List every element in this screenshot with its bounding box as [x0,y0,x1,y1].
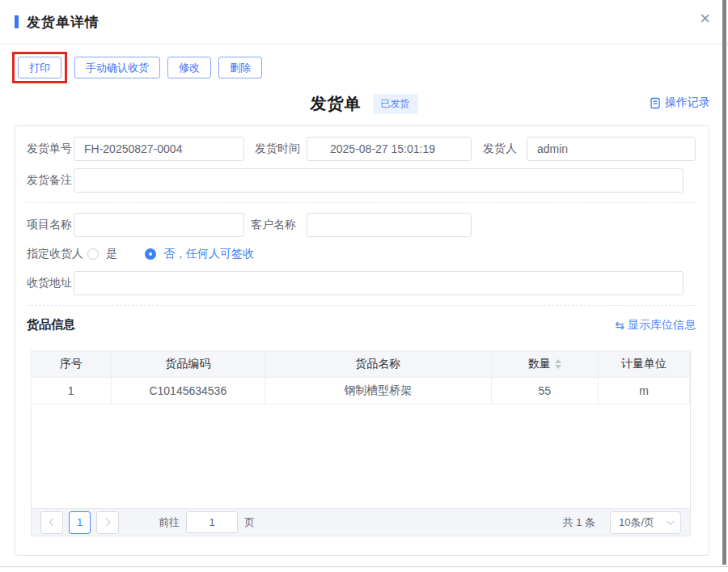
operation-log-label: 操作记录 [665,95,710,110]
swap-icon: ⇆ [615,320,624,331]
page-1-button[interactable]: 1 [69,511,91,534]
project-name-label: 项目名称 [27,218,74,232]
dashed-divider [27,202,696,203]
form-row-remark: 发货备注 [27,168,696,193]
chevron-left-icon [49,519,57,527]
shipper-label: 发货人 [483,142,518,156]
remark-field[interactable] [74,168,684,193]
page-size-value: 10条/页 [619,515,654,530]
cell-quantity: 55 [491,378,598,405]
pagination-bar: 1 前往 页 共 1 条 10条/页 [32,508,690,536]
cell-product-name: 钢制槽型桥架 [265,378,491,405]
cell-index: 1 [32,378,112,405]
goto-page-prefix: 前往 [159,515,180,530]
next-page-button[interactable] [96,511,119,534]
radio-yes-label: 是 [106,247,117,261]
remark-label: 发货备注 [27,173,74,188]
address-field[interactable] [74,271,684,295]
chevron-down-icon [667,517,675,525]
goods-section-title: 货品信息 [27,317,75,333]
customer-name-field[interactable] [307,213,472,237]
ship-time-field[interactable] [307,137,472,161]
cell-unit: m [598,378,689,405]
page-size-select[interactable]: 10条/页 [610,511,681,534]
show-location-info-label: 显示库位信息 [628,318,696,333]
title-accent-bar [15,15,19,28]
address-label: 收货地址 [27,276,74,290]
col-header-product-code: 货品编码 [111,351,265,378]
window-right-edge [722,0,726,565]
dashed-divider-2 [27,305,696,306]
ship-time-label: 发货时间 [255,142,300,156]
radio-checked-icon [145,248,156,260]
project-name-field[interactable] [74,213,244,237]
print-button[interactable]: 打印 [18,57,61,78]
form-row-order-info: 发货单号 发货时间 发货人 [27,137,696,161]
chevron-right-icon [103,519,111,527]
sort-carets-icon [555,359,561,369]
order-no-label: 发货单号 [27,142,74,156]
radio-consignee-no[interactable]: 否，任何人可签收 [145,247,254,261]
delete-button[interactable]: 删除 [218,57,262,78]
document-title: 发货单 [311,93,362,115]
manual-confirm-receipt-button[interactable]: 手动确认收货 [74,57,160,78]
goto-page-suffix: 页 [244,515,255,530]
cell-product-code: C10145634536 [111,378,265,405]
close-icon[interactable]: × [700,10,710,28]
order-no-field[interactable] [74,137,244,161]
radio-consignee-yes[interactable]: 是 [87,247,117,261]
customer-name-label: 客户名称 [251,218,299,232]
goods-table-block: 序号 货品编码 货品名称 数量 计量单位 [31,350,691,536]
radio-no-label: 否，任何人可签收 [163,247,254,261]
edit-button[interactable]: 修改 [167,57,211,78]
show-location-info-link[interactable]: ⇆ 显示库位信息 [615,318,696,333]
form-row-address: 收货地址 [27,271,696,295]
consignee-label: 指定收货人 [27,247,87,261]
col-header-unit: 计量单位 [598,351,689,378]
goods-table: 序号 货品编码 货品名称 数量 计量单位 [31,350,690,405]
prev-page-button[interactable] [40,511,63,534]
status-badge: 已发货 [373,94,418,114]
form-row-consignee: 指定收货人 是 否，任何人可签收 [27,247,696,261]
dialog-header: 发货单详情 × [0,0,728,44]
col-header-quantity-sortable[interactable]: 数量 [491,351,598,378]
shipper-field[interactable] [527,137,696,161]
goto-page-input[interactable] [186,511,238,533]
quantity-header-label: 数量 [528,357,551,371]
dialog-window: 发货单详情 × 打印 手动确认收货 修改 删除 发货单 已发货 操作记录 发货单… [0,0,728,567]
order-detail-panel: 发货单号 发货时间 发货人 发货备注 项目名称 客户名称 指定收货人 是 [15,125,709,556]
col-header-product-name: 货品名称 [265,351,491,378]
radio-unchecked-icon [87,248,99,260]
print-button-highlight-box: 打印 [12,52,67,83]
toolbar: 打印 手动确认收货 修改 删除 [0,44,728,87]
document-icon [650,97,661,109]
document-title-row: 发货单 已发货 操作记录 [0,88,728,119]
form-row-project-customer: 项目名称 客户名称 [27,213,696,237]
goods-section-header: 货品信息 ⇆ 显示库位信息 [27,317,696,333]
goods-table-header-row: 序号 货品编码 货品名称 数量 计量单位 [32,351,690,378]
total-count-label: 共 1 条 [563,515,595,530]
goods-table-row[interactable]: 1 C10145634536 钢制槽型桥架 55 m [32,378,690,405]
table-empty-area [32,405,690,508]
col-header-index: 序号 [32,351,112,378]
dialog-title: 发货单详情 [27,13,99,32]
operation-log-link[interactable]: 操作记录 [650,95,710,110]
